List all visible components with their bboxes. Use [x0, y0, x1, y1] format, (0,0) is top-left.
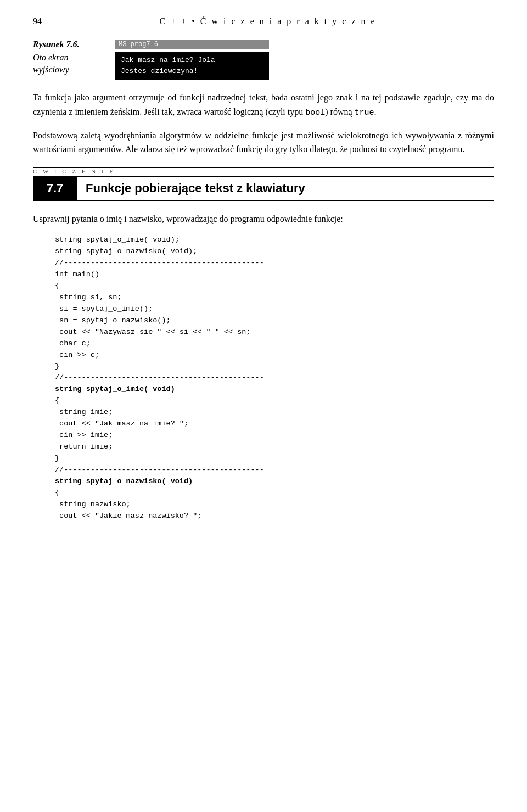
exercise-title: Funkcje pobierające tekst z klawiatury — [77, 176, 494, 201]
code-line-23: string nazwisko; — [55, 500, 131, 508]
code-line-9: char c; — [55, 339, 91, 348]
code-line-4: { — [55, 282, 59, 290]
code-line-12: //--------------------------------------… — [55, 373, 264, 382]
exercise-intro: Usprawnij pytania o imię i nazwisko, wpr… — [33, 212, 494, 226]
code-line-0: string spytaj_o_imie( void); — [55, 236, 180, 244]
code-line-11: } — [55, 362, 59, 371]
code-line-2: //--------------------------------------… — [55, 259, 264, 267]
code-line-8: cout << "Nazywasz sie " << si << " " << … — [55, 328, 250, 336]
exercise-label: Ć W I C Z E N I E — [33, 168, 494, 175]
code-line-20: //--------------------------------------… — [55, 466, 264, 474]
code-line-15: string imie; — [55, 408, 113, 416]
code-line-3: int main() — [55, 270, 99, 278]
exercise-wrapper: Ć W I C Z E N I E 7.7 Funkcje pobierając… — [33, 168, 494, 201]
exercise-number: 7.7 — [33, 176, 77, 201]
code-line-21: string spytaj_o_nazwisko( void) — [55, 477, 193, 485]
code-line-1: string spytaj_o_nazwisko( void); — [55, 247, 197, 255]
code-line-13: string spytaj_o_imie( void) — [55, 385, 175, 393]
code-line-16: cout << "Jak masz na imie? "; — [55, 419, 188, 428]
code-line-10: cin >> c; — [55, 351, 99, 359]
figure-label-title: Rysunek 7.6. — [33, 40, 99, 49]
code-line-24: cout << "Jakie masz nazwisko? "; — [55, 512, 201, 520]
figure-section: Rysunek 7.6. Oto ekran wyjściowy MS prog… — [33, 40, 494, 80]
code-line-6: si = spytaj_o_imie(); — [55, 305, 153, 313]
code-block: string spytaj_o_imie( void); string spyt… — [55, 234, 494, 522]
page-number: 94 — [33, 16, 42, 26]
paragraph-1: Ta funkcja jako argument otrzymuje od fu… — [33, 91, 494, 120]
page-title: C + + • Ć w i c z e n i a p r a k t y c … — [42, 16, 494, 26]
exercise-header: 7.7 Funkcje pobierające tekst z klawiatu… — [33, 176, 494, 201]
terminal-line-1: Jak masz na imie? Jola — [121, 55, 264, 66]
code-line-22: { — [55, 489, 59, 497]
terminal-line-2: Jestes dziewczyna! — [121, 66, 264, 77]
inline-code-true: true — [355, 108, 374, 117]
code-line-5: string si, sn; — [55, 293, 122, 301]
terminal-titlebar: MS prog7_6 — [115, 40, 269, 49]
code-line-17: cin >> imie; — [55, 431, 113, 439]
code-line-14: { — [55, 396, 59, 405]
terminal-window: MS prog7_6 Jak masz na imie? Jola Jestes… — [115, 40, 269, 80]
figure-description: Oto ekran wyjściowy — [33, 52, 99, 76]
terminal-body: Jak masz na imie? Jola Jestes dziewczyna… — [115, 52, 269, 80]
code-line-7: sn = spytaj_o_nazwisko(); — [55, 316, 171, 324]
paragraph-2: Podstawową zaletą wyodrębniania algorytm… — [33, 128, 494, 156]
code-line-18: return imie; — [55, 443, 113, 451]
figure-label: Rysunek 7.6. Oto ekran wyjściowy — [33, 40, 99, 76]
inline-code-bool: bool — [305, 108, 325, 117]
page-header: 94 C + + • Ć w i c z e n i a p r a k t y… — [33, 16, 494, 26]
code-line-19: } — [55, 454, 59, 462]
